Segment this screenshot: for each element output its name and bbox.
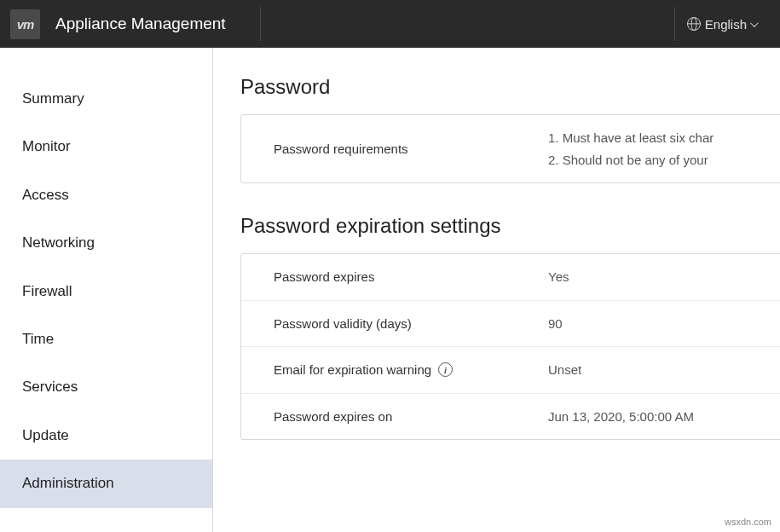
password-expires-on-label: Password expires on (241, 406, 548, 428)
password-validity-label: Password validity (days) (241, 313, 548, 335)
password-validity-value: 90 (548, 313, 780, 335)
sidebar-item-access[interactable]: Access (0, 171, 212, 219)
language-label: English (705, 17, 747, 32)
expiration-section-title: Password expiration settings (240, 214, 780, 238)
password-expires-row: Password expires Yes (241, 254, 780, 301)
email-warning-label-text: Email for expiration warning (274, 362, 431, 377)
password-requirements-label: Password requirements (241, 127, 548, 171)
password-expires-label: Password expires (241, 266, 548, 288)
sidebar-item-firewall[interactable]: Firewall (0, 268, 212, 315)
password-panel: Password requirements 1. Must have at le… (240, 114, 780, 183)
topbar: vm Appliance Management English (0, 0, 780, 48)
sidebar-item-administration[interactable]: Administration (0, 460, 212, 507)
language-selector[interactable]: English (687, 17, 756, 32)
password-validity-row: Password validity (days) 90 (241, 301, 780, 348)
sidebar-item-summary[interactable]: Summary (0, 75, 212, 123)
vmware-logo: vm (10, 9, 40, 39)
email-warning-label: Email for expiration warning i (241, 359, 548, 381)
sidebar-item-update[interactable]: Update (0, 412, 212, 460)
globe-icon (687, 17, 701, 31)
password-expires-on-row: Password expires on Jun 13, 2020, 5:00:0… (241, 394, 780, 440)
sidebar: Summary Monitor Access Networking Firewa… (0, 48, 213, 532)
sidebar-item-networking[interactable]: Networking (0, 219, 212, 267)
sidebar-item-time[interactable]: Time (0, 315, 212, 363)
topbar-divider (260, 7, 261, 41)
app-title: Appliance Management (55, 14, 226, 33)
topbar-divider (674, 7, 675, 41)
email-warning-value: Unset (548, 359, 780, 381)
sidebar-item-monitor[interactable]: Monitor (0, 123, 212, 171)
password-requirements-row: Password requirements 1. Must have at le… (241, 115, 780, 182)
expiration-panel: Password expires Yes Password validity (… (240, 253, 780, 440)
email-warning-row: Email for expiration warning i Unset (241, 347, 780, 394)
sidebar-item-services[interactable]: Services (0, 363, 212, 411)
password-expires-on-value: Jun 13, 2020, 5:00:00 AM (548, 406, 780, 428)
layout: Summary Monitor Access Networking Firewa… (0, 48, 780, 532)
chevron-down-icon (750, 19, 759, 27)
main-content: Password Password requirements 1. Must h… (213, 48, 780, 532)
info-icon[interactable]: i (438, 362, 453, 377)
password-section-title: Password (240, 75, 780, 99)
password-requirements-value: 1. Must have at least six char 2. Should… (548, 127, 780, 171)
password-expires-value: Yes (548, 266, 780, 288)
watermark: wsxdn.com (725, 517, 771, 527)
